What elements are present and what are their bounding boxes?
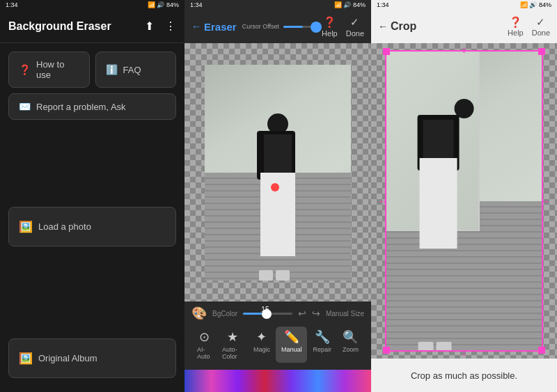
checkmark-icon: ✓: [350, 16, 359, 29]
eraser-back-button[interactable]: ← Eraser: [191, 21, 237, 33]
done-label: Done: [346, 29, 364, 38]
magic-icon: ✦: [256, 329, 267, 345]
crop-help-icon: ❓: [509, 16, 522, 29]
original-album-button[interactable]: 🖼️ Original Album: [8, 338, 176, 378]
email-icon: ✉️: [19, 101, 31, 112]
question-icon: ❓: [323, 16, 336, 29]
auto-color-icon: ★: [227, 329, 238, 345]
size-slider-container: 15: [243, 313, 292, 315]
faq-label: FAQ: [123, 65, 141, 75]
crop-done-button[interactable]: ✓ Done: [532, 16, 550, 37]
manual-tool[interactable]: ✏️ Manual: [276, 327, 308, 363]
zoom-icon: 🔍: [343, 329, 358, 345]
zoom-tool[interactable]: 🔍 Zoom: [337, 327, 364, 363]
faq-button[interactable]: ℹ️ FAQ: [95, 52, 177, 88]
header-icons: ⬆ ⋮: [145, 19, 176, 33]
crop-canvas[interactable]: ↕ ↕ ↔ ↔: [371, 43, 557, 359]
time-right: 1:34: [377, 1, 389, 8]
bgcolor-icon: 🎨: [191, 306, 207, 320]
size-slider-thumb: [262, 309, 272, 319]
icons-right: 📶 🔊 84%: [520, 1, 551, 8]
help-label: Help: [322, 29, 338, 38]
share-icon[interactable]: ⬆: [145, 19, 154, 33]
status-bars: 1:34 📶 🔊 84% 1:34 📶 🔊 84% 1:34 📶 🔊 84%: [0, 0, 557, 10]
how-to-use-button[interactable]: ❓ How to use: [8, 52, 90, 88]
crop-done-label: Done: [532, 29, 550, 37]
status-bar-right: 1:34 📶 🔊 84%: [371, 0, 557, 10]
crop-title: Crop: [391, 20, 416, 33]
slider-thumb: [311, 22, 322, 33]
repair-label: Repair: [313, 346, 331, 353]
undo-redo-buttons: ↩ ↪: [298, 308, 320, 319]
repair-icon: 🔧: [315, 329, 330, 345]
more-icon[interactable]: ⋮: [165, 19, 176, 33]
crop-done-icon: ✓: [536, 16, 545, 29]
crop-toolbar-right: ❓ Help ✓ Done: [508, 16, 550, 37]
help-button[interactable]: ❓ Help: [322, 16, 338, 38]
crop-help-label: Help: [508, 29, 524, 37]
redo-button[interactable]: ↪: [312, 308, 320, 319]
icons-left: 📶 🔊 84%: [148, 1, 179, 8]
size-slider-fill: [243, 313, 262, 315]
manual-label: Manual: [281, 346, 302, 353]
eraser-cursor-dot: [271, 183, 279, 191]
info-icon: ℹ️: [106, 64, 118, 75]
help-circle-icon: ❓: [19, 64, 31, 75]
main-content: Background Eraser ⬆ ⋮ ❓ How to use ℹ️ FA…: [0, 10, 557, 392]
done-button[interactable]: ✓ Done: [346, 16, 364, 38]
report-label: Report a problem, Ask: [36, 102, 126, 112]
crop-back-button[interactable]: ← Crop: [378, 20, 416, 33]
eraser-canvas[interactable]: [185, 43, 371, 301]
auto-color-label: Auto-Color: [222, 346, 242, 360]
manual-icon: ✏️: [284, 329, 299, 345]
status-bar-left: 1:34 📶 🔊 84%: [0, 0, 185, 10]
repair-tool[interactable]: 🔧 Repair: [307, 327, 337, 363]
how-to-use-label: How to use: [36, 59, 79, 80]
slider-fill: [283, 26, 303, 28]
auto-color-tool[interactable]: ★ Auto-Color: [217, 327, 248, 363]
magic-tool[interactable]: ✦ Magic: [248, 327, 276, 363]
ai-auto-tool[interactable]: ⊙ AI-Auto: [191, 327, 217, 363]
cursor-offset-area: Cursor Offset: [242, 23, 316, 30]
toolbar-left: ← Eraser: [191, 21, 237, 33]
toolbar-right: ❓ Help ✓ Done: [322, 16, 364, 38]
report-button[interactable]: ✉️ Report a problem, Ask: [8, 93, 176, 120]
middle-panel: ← Eraser Cursor Offset ❓ Help ✓ Done: [185, 10, 371, 392]
color-strip[interactable]: [185, 370, 371, 392]
crop-hint-text: Crop as much as possible.: [411, 370, 517, 381]
time-middle: 1:34: [190, 1, 203, 8]
original-album-label: Original Album: [38, 353, 97, 363]
size-slider[interactable]: [243, 313, 292, 315]
tools-row: ⊙ AI-Auto ★ Auto-Color ✦ Magic ✏️ Manual…: [191, 324, 364, 366]
undo-button[interactable]: ↩: [298, 308, 306, 319]
back-arrow-icon: ←: [191, 21, 201, 32]
photo-icon: 🖼️: [19, 220, 33, 233]
zoom-label: Zoom: [343, 346, 359, 353]
crop-photo-container: [385, 50, 543, 352]
left-panel: Background Eraser ⬆ ⋮ ❓ How to use ℹ️ FA…: [0, 10, 185, 392]
eraser-label: Eraser: [204, 21, 237, 33]
cursor-offset-label: Cursor Offset: [242, 23, 279, 30]
crop-help-button[interactable]: ❓ Help: [508, 16, 524, 37]
bgcolor-label: BgColor: [212, 310, 237, 317]
ai-auto-icon: ⊙: [199, 329, 210, 345]
crop-toolbar-left: ← Crop: [378, 20, 416, 33]
status-bar-middle: 1:34 📶 🔊 84%: [185, 0, 371, 10]
left-header: Background Eraser ⬆ ⋮: [0, 10, 185, 43]
eraser-bottom-toolbar: 🎨 BgColor 15 ↩ ↪ Manual Size: [185, 301, 371, 370]
eraser-toolbar: ← Eraser Cursor Offset ❓ Help ✓ Done: [185, 10, 371, 43]
magic-label: Magic: [253, 346, 270, 353]
crop-toolbar: ← Crop ❓ Help ✓ Done: [371, 10, 557, 43]
crop-back-arrow: ←: [378, 21, 388, 32]
time-left: 1:34: [6, 1, 18, 8]
cursor-offset-slider[interactable]: [283, 26, 316, 28]
load-photo-button[interactable]: 🖼️ Load a photo: [8, 207, 176, 246]
ai-auto-label: AI-Auto: [197, 346, 211, 360]
icons-middle: 📶 🔊 84%: [334, 1, 366, 8]
bgcolor-button[interactable]: 🎨: [191, 306, 207, 321]
size-row: 🎨 BgColor 15 ↩ ↪ Manual Size: [191, 306, 364, 321]
app-title: Background Eraser: [8, 20, 111, 33]
left-menu: ❓ How to use ℹ️ FAQ ✉️ Report a problem,…: [0, 43, 185, 392]
manual-size-label: Manual Size: [326, 310, 364, 317]
crop-hint-bar: Crop as much as possible.: [371, 359, 557, 392]
